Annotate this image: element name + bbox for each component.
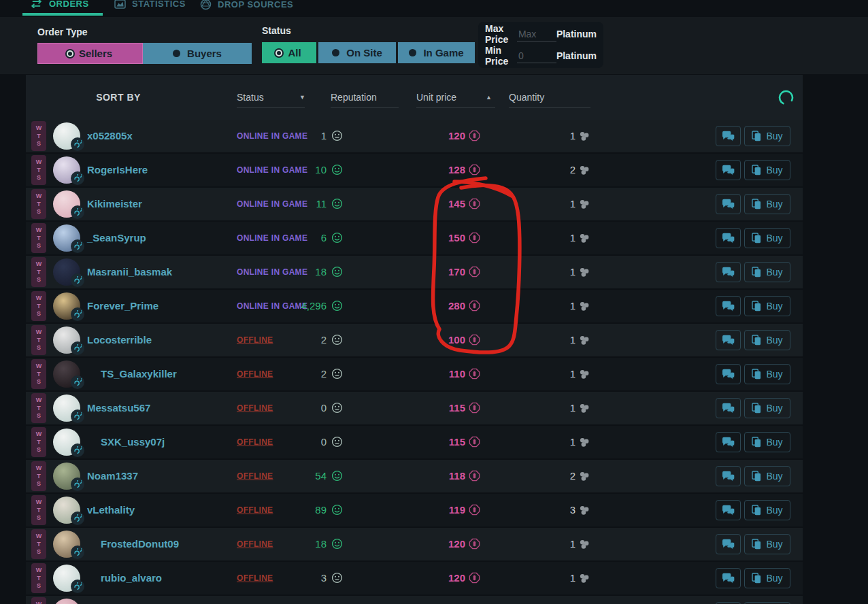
avatar (53, 599, 80, 604)
chat-button[interactable] (716, 534, 741, 554)
username-link[interactable]: Masranii_basmak (87, 256, 172, 288)
platinum-icon (469, 198, 480, 209)
buy-button-label: Buy (766, 301, 782, 312)
chat-button[interactable] (716, 364, 741, 384)
chat-button[interactable] (716, 228, 741, 248)
column-header-unit-price[interactable]: Unit price ▲ (416, 75, 495, 108)
quantity-value: 1 (518, 324, 575, 356)
column-header-reputation[interactable]: Reputation (331, 75, 399, 108)
order-type-buyers-button[interactable]: Buyers (143, 43, 252, 64)
chat-button[interactable] (716, 398, 741, 418)
username-link[interactable]: FrostedDonut09 (101, 528, 179, 560)
buy-button[interactable]: Buy (744, 296, 790, 316)
linked-account-icon (71, 307, 84, 321)
order-row: W T S vLethality OFFLINE 89 119 3 (26, 494, 803, 526)
chat-button[interactable] (716, 330, 741, 350)
chat-bubbles-icon (722, 335, 735, 346)
order-row: W T S (26, 596, 803, 604)
buy-button[interactable]: Buy (744, 500, 790, 520)
tab-statistics[interactable]: STATISTICS (114, 0, 186, 9)
buy-button[interactable]: Buy (744, 534, 790, 554)
username-link[interactable]: RogerIsHere (87, 154, 148, 186)
reputation-value: 0 (282, 392, 327, 424)
buy-button[interactable]: Buy (744, 398, 790, 418)
quantity-stack-icon (579, 471, 590, 482)
wts-badge: W T S (31, 563, 46, 593)
username-link[interactable]: _SeanSyrup (87, 222, 146, 254)
quantity-stack-icon (579, 301, 590, 312)
chat-button[interactable] (716, 262, 741, 282)
platinum-icon (469, 504, 480, 516)
buy-button-label: Buy (766, 233, 782, 244)
linked-account-icon (71, 409, 84, 423)
buy-button[interactable]: Buy (744, 466, 790, 486)
avatar (53, 565, 80, 592)
buy-button[interactable]: Buy (744, 568, 790, 588)
username-link[interactable]: x052805x (87, 120, 133, 152)
chat-button[interactable] (716, 432, 741, 452)
username-link[interactable]: Locosterrible (87, 324, 152, 356)
buy-button[interactable]: Buy (744, 194, 790, 214)
linked-account-icon (71, 477, 84, 491)
username-link[interactable]: SXK_ussy07j (101, 426, 165, 458)
order-type-sellers-button[interactable]: Sellers (37, 43, 143, 64)
max-price-label: Max Price (485, 23, 517, 45)
buy-button[interactable]: Buy (744, 160, 790, 180)
username-link[interactable]: Kikimeister (87, 188, 142, 220)
chat-button[interactable] (716, 296, 741, 316)
column-underline (237, 107, 305, 108)
wts-badge: W T S (31, 257, 46, 287)
chat-bubbles-icon (722, 471, 735, 482)
buy-button-label: Buy (766, 437, 782, 448)
reputation-value: 11 (282, 188, 327, 220)
quantity-stack-icon (579, 233, 590, 244)
copy-icon (752, 403, 761, 414)
copy-icon (752, 573, 761, 584)
chat-button[interactable] (716, 568, 741, 588)
username-link[interactable]: TS_Galaxykiller (101, 358, 177, 390)
wts-badge: W T S (31, 597, 46, 604)
buy-button[interactable]: Buy (744, 364, 790, 384)
buy-button[interactable]: Buy (744, 262, 790, 282)
username-link[interactable]: vLethality (87, 494, 135, 526)
chat-button[interactable] (716, 194, 741, 214)
max-price-input[interactable] (517, 27, 556, 41)
buy-button[interactable]: Buy (744, 432, 790, 452)
quantity-value: 1 (518, 528, 575, 560)
unit-price-value: 150 (380, 222, 465, 254)
wts-badge: W T S (31, 427, 46, 457)
wts-badge: W T S (31, 359, 46, 389)
buy-button[interactable]: Buy (744, 126, 790, 146)
column-header-status[interactable]: Status ▼ (237, 75, 305, 108)
quantity-stack-icon (579, 335, 590, 346)
chat-button[interactable] (716, 500, 741, 520)
platinum-icon (469, 368, 480, 380)
wts-badge: W T S (31, 155, 46, 185)
username-link[interactable]: Forever_Prime (87, 290, 158, 322)
tab-orders[interactable]: ORDERS (30, 0, 89, 9)
column-header-quantity[interactable]: Quantity (509, 75, 590, 108)
username-link[interactable]: rubio_alvaro (101, 562, 162, 594)
quantity-stack-icon (579, 165, 590, 175)
chat-button[interactable] (716, 160, 741, 180)
buy-button-label: Buy (766, 471, 782, 482)
username-link[interactable]: Messatsu567 (87, 392, 150, 424)
quantity-stack-icon (579, 131, 590, 141)
column-underline (509, 107, 590, 108)
platinum-unit-label: Platinum (556, 29, 597, 39)
buy-button[interactable]: Buy (744, 228, 790, 248)
chat-button[interactable] (716, 126, 741, 146)
buy-button-label: Buy (766, 505, 782, 516)
buy-button[interactable]: Buy (744, 330, 790, 350)
unit-price-value: 118 (380, 460, 465, 492)
tab-drop-sources[interactable]: DROP SOURCES (200, 0, 293, 10)
chat-bubbles-icon (722, 233, 735, 244)
status-on-site-button[interactable]: On Site (318, 42, 396, 63)
avatar (53, 156, 80, 184)
status-in-game-button[interactable]: In Game (398, 42, 475, 63)
status-all-button[interactable]: All (262, 42, 316, 63)
chat-button[interactable] (716, 466, 741, 486)
wts-badge: W T S (31, 291, 46, 321)
username-link[interactable]: Noam1337 (87, 460, 138, 492)
min-price-input[interactable] (517, 49, 556, 63)
